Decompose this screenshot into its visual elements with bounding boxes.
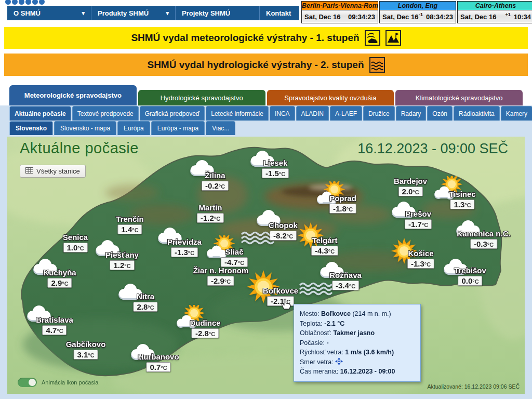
shmu-logo xyxy=(5,0,46,5)
region-tabs: SlovenskoSlovensko - mapaEurópaEurópa - … xyxy=(9,121,235,135)
station-kuchy-a[interactable]: Kuchyňa2.9°C xyxy=(43,268,76,288)
nav-item-projekty-shm[interactable]: Projekty SHMÚ xyxy=(176,6,260,20)
tooltip-label: Rýchlosť vetra: xyxy=(300,349,345,356)
tooltip-value: -2.1 °C xyxy=(324,320,344,327)
station-trebi-ov[interactable]: Trebišov0.0°C xyxy=(454,266,486,286)
station-tooltip: Mesto: Boľkovce (214 m n. m.)Teplota: -2… xyxy=(294,304,421,382)
all-stations-label: Všetky stanice xyxy=(36,167,80,175)
subtab-grafick-predpove[interactable]: Grafická predpoveď xyxy=(140,106,205,121)
meteo-alert-banner[interactable]: SHMÚ vydal meteorologické výstrahy - 1. … xyxy=(4,27,528,49)
world-clocks: Berlin-Paris-Vienna-RomaSat, Dec 1609:34… xyxy=(301,1,532,23)
station-bratislava[interactable]: Bratislava4.7°C xyxy=(36,315,73,335)
nav-item-produkty-shm[interactable]: Produkty SHMÚ▾ xyxy=(91,6,176,20)
station-tisinec[interactable]: Tisinec1.3°C xyxy=(449,190,475,209)
station-name: Chopok xyxy=(269,221,298,230)
clock-time-row: Sat, Dec 16-108:34:23 xyxy=(380,10,456,23)
station-hurbanovo[interactable]: Hurbanovo0.7°C xyxy=(138,352,179,372)
station-liesek[interactable]: Liesek-1.5°C xyxy=(262,158,289,178)
subtab-label: A-LAEF xyxy=(335,110,357,117)
temperature-unit: °C xyxy=(219,183,225,190)
station-poprad[interactable]: Poprad-1.8°C xyxy=(329,194,356,214)
tab-spravodajstvo-kvality-ovzdu-ia[interactable]: Spravodajstvo kvality ovzdušia xyxy=(267,90,394,105)
station-chopok[interactable]: Chopok-8.2°C xyxy=(269,221,298,241)
nav-item-o-shm[interactable]: O SHMÚ▾ xyxy=(7,6,91,20)
station-senica[interactable]: Senica1.0°C xyxy=(63,233,88,252)
regiontab-slovensko-mapa[interactable]: Slovensko - mapa xyxy=(54,121,116,135)
station-temperature: 2.9°C xyxy=(47,278,72,288)
chevron-down-icon: ▾ xyxy=(77,10,85,17)
wind-direction-icon xyxy=(335,358,343,366)
subtab-dru-ice[interactable]: Družice xyxy=(363,106,395,121)
regiontab-slovensko[interactable]: Slovensko xyxy=(9,121,53,135)
subtab-a-laef[interactable]: A-LAEF xyxy=(330,106,362,121)
tab-klimatologick-spravodajstvo[interactable]: Klimatologické spravodajstvo xyxy=(395,90,523,105)
station-name: Žiar n. Hronom xyxy=(193,266,249,275)
station-gab-kovo[interactable]: Gabčíkovo3.1°C xyxy=(66,340,106,360)
station-prievidza[interactable]: Prievidza-1.3°C xyxy=(167,237,202,257)
temperature-unit: °C xyxy=(422,222,428,228)
station-name: Trebišov xyxy=(454,266,486,275)
subtab-r-dioaktivita[interactable]: Rádioaktivita xyxy=(454,106,500,121)
tab-hydrologick-spravodajstvo[interactable]: Hydrologické spravodajstvo xyxy=(138,90,265,105)
animation-toggle[interactable] xyxy=(18,378,37,387)
station-pie-any[interactable]: Piešťany1.2°C xyxy=(105,250,139,270)
station-temperature: 1.0°C xyxy=(63,243,87,252)
station-bardejov[interactable]: Bardejov2.0°C xyxy=(394,177,427,196)
regiontab-label: Európa - mapa xyxy=(157,125,198,132)
temperature-value: 2.8 xyxy=(137,302,148,311)
station-dudince[interactable]: Dudince-2.8°C xyxy=(190,318,220,338)
subtab-radary[interactable]: Radary xyxy=(396,106,427,121)
subtab-oz-n[interactable]: Ozón xyxy=(427,106,453,121)
tooltip-label: Počasie: xyxy=(300,339,326,347)
station-telg-rt[interactable]: Telgárt-4.3°C xyxy=(311,236,338,256)
station-iar-n-hronom[interactable]: Žiar n. Hronom-2.9°C xyxy=(193,266,249,286)
station-pre-ov[interactable]: Prešov-1.7°C xyxy=(405,209,432,229)
temperature-value: -0.3 xyxy=(474,240,487,248)
station-slia[interactable]: Sliač-4.7°C xyxy=(221,247,248,267)
station-tren-n[interactable]: Trenčín1.4°C xyxy=(116,215,143,234)
cursor-pointer-icon xyxy=(281,298,292,312)
nav-item-label: Kontakt xyxy=(266,9,291,17)
top-nav: O SHMÚ▾Produkty SHMÚ▾Projekty SHMÚKontak… xyxy=(7,6,299,20)
station-ro-ava[interactable]: Rožňava-3.4°C xyxy=(329,271,362,290)
subtab-label: INCA xyxy=(275,110,290,117)
nav-item-kontakt[interactable]: Kontakt xyxy=(260,6,299,20)
subtab-label: Aktuálne počasie xyxy=(15,110,66,117)
subtab-leteck-inform-cie[interactable]: Letecké informácie xyxy=(206,106,269,121)
temperature-value: -1.5 xyxy=(265,169,279,178)
mountain-wind-warning-icon xyxy=(385,30,401,46)
station-name: Tisinec xyxy=(449,190,475,198)
subtab-textov-predpovede[interactable]: Textové predpovede xyxy=(72,106,139,121)
station-name: Prešov xyxy=(405,209,432,218)
station-temperature: -4.3°C xyxy=(311,246,338,256)
subtab-kamery[interactable]: Kamery xyxy=(501,106,532,121)
station-name: Dudince xyxy=(190,318,220,327)
temperature-value: -2.9 xyxy=(211,276,224,285)
subtab-inca[interactable]: INCA xyxy=(270,106,295,121)
tab-meteorologick-spravodajstvo[interactable]: Meteorologické spravodajstvo xyxy=(9,85,137,105)
station-ilina[interactable]: Žilina-0.2°C xyxy=(202,171,229,191)
tooltip-label: Čas merania: xyxy=(300,368,340,375)
tooltip-value: 1 m/s (3.6 km/h) xyxy=(345,349,394,356)
temperature-unit: °C xyxy=(188,250,194,256)
hydro-alert-banner[interactable]: SHMÚ vydal hydrologické výstrahy - 2. st… xyxy=(4,54,528,76)
regiontab-eur-pa-mapa[interactable]: Európa - mapa xyxy=(151,121,205,135)
all-stations-button[interactable]: Všetky stanice xyxy=(20,165,86,178)
regiontab-eur-pa[interactable]: Európa xyxy=(117,121,150,135)
station-kamenica-n-c[interactable]: Kamenica n.C.-0.3°C xyxy=(457,229,510,249)
station-temperature: -1.2°C xyxy=(197,213,224,223)
temperature-value: -1.2 xyxy=(201,214,214,222)
station-ko-ice[interactable]: Košice-1.3°C xyxy=(407,249,434,269)
temperature-value: 2.0 xyxy=(402,187,413,196)
subtab-label: ALADIN xyxy=(301,110,324,117)
main-tabs: Meteorologické spravodajstvoHydrologické… xyxy=(9,88,523,105)
station-nitra[interactable]: Nitra2.8°C xyxy=(133,292,157,312)
subtab-aladin[interactable]: ALADIN xyxy=(296,106,329,121)
regiontab-viac[interactable]: Viac... xyxy=(206,121,235,135)
animation-toggle-label: Animácia ikon počasia xyxy=(42,379,98,385)
subtab-aktu-lne-po-asie[interactable]: Aktuálne počasie xyxy=(9,106,71,121)
temperature-unit: °C xyxy=(148,304,154,311)
station-martin[interactable]: Martin-1.2°C xyxy=(197,203,224,223)
subtab-label: Rádioaktivita xyxy=(459,110,495,117)
station-temperature: -1.3°C xyxy=(171,247,198,257)
